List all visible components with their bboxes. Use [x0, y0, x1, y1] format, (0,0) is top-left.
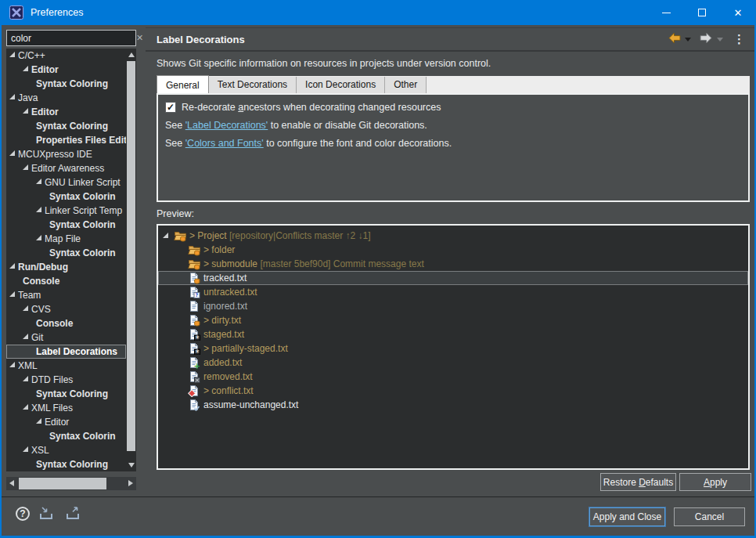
preview-item-label: > conflict.txt — [203, 385, 254, 396]
sidebar-item-c-c[interactable]: C/C++ — [6, 49, 126, 63]
expand-arrow-icon[interactable] — [23, 108, 28, 114]
restore-defaults-button[interactable]: Restore Defaults — [600, 473, 676, 491]
sidebar-item-linker-script-temp[interactable]: Linker Script Temp — [6, 204, 126, 218]
preview-item-dirty-txt[interactable]: > dirty.txt — [158, 313, 748, 327]
scroll-left-icon[interactable] — [9, 480, 14, 486]
expand-arrow-icon[interactable] — [23, 446, 28, 452]
sidebar-item-xsl[interactable]: XSL — [6, 443, 126, 457]
expand-arrow-icon[interactable] — [23, 334, 28, 339]
expand-arrow-icon[interactable] — [23, 376, 28, 381]
label-decorations-link-line: See 'Label Decorations' to enable or dis… — [165, 120, 741, 131]
preview-item-removed-txt[interactable]: removed.txt — [158, 370, 748, 384]
tab-icon-decorations[interactable]: Icon Decorations — [297, 77, 385, 93]
sidebar-item-syntax-coloring[interactable]: Syntax Coloring — [6, 457, 126, 471]
tab-text-decorations[interactable]: Text Decorations — [209, 77, 297, 93]
label-decorations-link[interactable]: 'Label Decorations' — [185, 120, 268, 131]
preview-item-added-txt[interactable]: +added.txt — [158, 356, 748, 370]
preview-item-folder[interactable]: > folder — [158, 243, 748, 257]
expand-arrow-icon[interactable] — [9, 291, 15, 297]
forward-arrow-icon[interactable] — [700, 32, 713, 47]
sidebar-item-console[interactable]: Console — [6, 316, 126, 330]
apply-button[interactable]: Apply — [679, 473, 751, 491]
redecorate-ancestors-checkbox[interactable]: ✓ — [165, 102, 176, 113]
sidebar-item-editor[interactable]: Editor — [6, 105, 126, 119]
sidebar-item-editor[interactable]: Editor — [6, 63, 126, 77]
sidebar-item-label: Syntax Coloring — [36, 388, 108, 399]
preview-item-submodule[interactable]: > submodule [master 5bef90d] Commit mess… — [158, 257, 748, 271]
sidebar-item-console[interactable]: Console — [6, 274, 126, 288]
back-history-dropdown-icon[interactable] — [685, 38, 691, 42]
maximize-button[interactable] — [684, 0, 720, 25]
expand-arrow-icon[interactable] — [163, 233, 168, 238]
sidebar-item-team[interactable]: Team — [6, 288, 126, 302]
sidebar-item-editor-awareness[interactable]: Editor Awareness — [6, 161, 126, 175]
sidebar-item-syntax-colorin[interactable]: Syntax Colorin — [6, 429, 126, 443]
sidebar-item-syntax-coloring[interactable]: Syntax Coloring — [6, 119, 126, 133]
expand-arrow-icon[interactable] — [36, 235, 41, 240]
tree-horizontal-scrollbar[interactable] — [6, 477, 136, 490]
sidebar-item-gnu-linker-script[interactable]: GNU Linker Script — [6, 175, 126, 190]
sidebar-item-label-decorations[interactable]: Label Decorations — [6, 345, 126, 359]
sidebar-item-syntax-colorin[interactable]: Syntax Colorin — [6, 246, 126, 260]
close-icon: ✕ — [734, 7, 743, 19]
help-icon[interactable]: ? — [16, 507, 30, 521]
search-input[interactable] — [7, 33, 132, 44]
expand-arrow-icon[interactable] — [9, 263, 15, 269]
apply-and-close-button[interactable]: Apply and Close — [589, 507, 665, 526]
vertical-scroll-thumb[interactable] — [127, 61, 135, 451]
close-button[interactable]: ✕ — [720, 0, 756, 25]
expand-arrow-icon[interactable] — [9, 150, 15, 156]
forward-history-dropdown-icon[interactable] — [717, 38, 723, 42]
sidebar-item-xml[interactable]: XML — [6, 359, 126, 373]
expand-arrow-icon[interactable] — [36, 207, 41, 212]
sidebar-item-java[interactable]: Java — [6, 91, 126, 105]
scroll-up-icon[interactable] — [128, 52, 135, 57]
preview-item-ignored-txt[interactable]: ignored.txt — [158, 299, 748, 313]
expand-arrow-icon[interactable] — [23, 305, 28, 311]
minimize-button[interactable] — [648, 0, 684, 25]
import-preferences-icon[interactable] — [38, 506, 56, 525]
expand-arrow-icon[interactable] — [23, 404, 28, 410]
preview-item-partially-staged-txt[interactable]: *> partially-staged.txt — [158, 341, 748, 356]
tree-vertical-scrollbar[interactable] — [126, 49, 136, 471]
preview-item-project[interactable]: > Project [repository|Conflicts master ↑… — [158, 229, 748, 243]
expand-arrow-icon[interactable] — [36, 418, 41, 424]
expand-arrow-icon[interactable] — [9, 362, 15, 367]
back-arrow-icon[interactable] — [668, 32, 681, 47]
preview-item-staged-txt[interactable]: *staged.txt — [158, 327, 748, 341]
expand-arrow-icon[interactable] — [36, 179, 41, 184]
sidebar-item-syntax-colorin[interactable]: Syntax Colorin — [6, 218, 126, 232]
sidebar-item-run-debug[interactable]: Run/Debug — [6, 260, 126, 274]
scroll-right-icon[interactable] — [128, 480, 133, 486]
sidebar-item-mcuxpresso-ide[interactable]: MCUXpresso IDE — [6, 147, 126, 161]
preview-item-tracked-txt[interactable]: tracked.txt — [158, 271, 748, 285]
preview-item-assume-unchanged-txt[interactable]: assume-unchanged.txt — [158, 398, 748, 412]
colors-and-fonts-link[interactable]: 'Colors and Fonts' — [185, 138, 264, 149]
sidebar-item-syntax-coloring[interactable]: Syntax Coloring — [6, 387, 126, 401]
preview-item-conflict-txt[interactable]: > conflict.txt — [158, 384, 748, 398]
tab-other[interactable]: Other — [385, 77, 427, 93]
expand-arrow-icon[interactable] — [9, 94, 15, 99]
sidebar-item-editor[interactable]: Editor — [6, 415, 126, 429]
sidebar-item-map-file[interactable]: Map File — [6, 232, 126, 246]
expand-arrow-icon[interactable] — [9, 52, 15, 57]
sidebar-item-dtd-files[interactable]: DTD Files — [6, 373, 126, 387]
general-tab-panel: ✓ Re-decorate ancestors when decorating … — [157, 93, 750, 202]
sidebar-item-xml-files[interactable]: XML Files — [6, 401, 126, 415]
scroll-down-icon[interactable] — [128, 463, 135, 468]
sidebar-item-label: XML Files — [31, 403, 73, 413]
export-preferences-icon[interactable] — [64, 506, 83, 525]
expand-arrow-icon[interactable] — [23, 66, 28, 71]
sidebar-item-git[interactable]: Git — [6, 330, 126, 345]
expand-arrow-icon[interactable] — [23, 164, 28, 170]
sidebar-item-syntax-colorin[interactable]: Syntax Colorin — [6, 190, 126, 204]
sidebar-item-properties-files-edito[interactable]: Properties Files Edito — [6, 133, 126, 147]
cancel-button[interactable]: Cancel — [674, 507, 745, 526]
preview-item-label: > folder — [203, 244, 235, 255]
sidebar-item-syntax-coloring[interactable]: Syntax Coloring — [6, 77, 126, 91]
view-menu-icon[interactable]: ⋮ — [733, 32, 745, 46]
sidebar-item-cvs[interactable]: CVS — [6, 302, 126, 316]
horizontal-scroll-thumb[interactable] — [19, 478, 106, 489]
tab-general[interactable]: General — [157, 75, 209, 94]
preview-item-untracked-txt[interactable]: ?untracked.txt — [158, 285, 748, 299]
